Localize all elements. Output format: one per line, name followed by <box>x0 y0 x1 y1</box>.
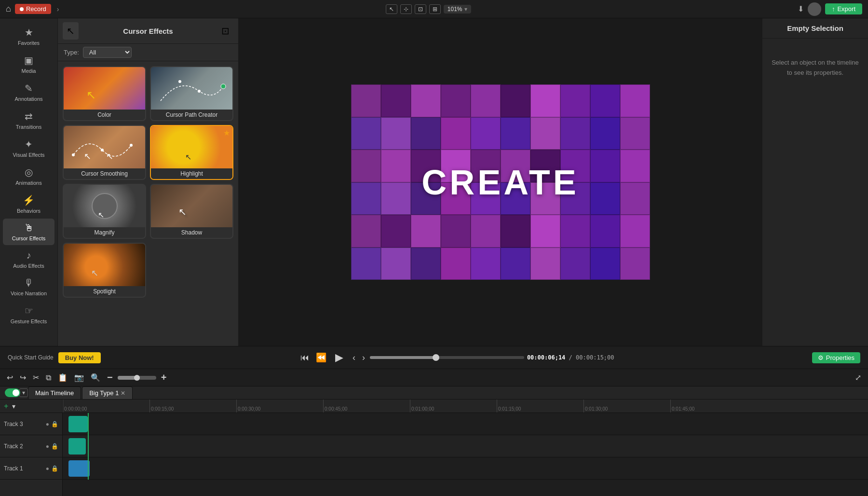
tab-main-timeline[interactable]: Main Timeline <box>28 386 81 399</box>
top-bar-left: ⌂ Record › <box>6 4 59 14</box>
timeline-toggle[interactable] <box>5 388 20 397</box>
cursor-spotlight-icon: ↖ <box>91 268 98 278</box>
sidebar-item-gesture-effects[interactable]: ☞ Gesture Effects <box>3 301 54 328</box>
type-select[interactable]: All Color Path Smoothing Highlight Magni… <box>83 47 132 58</box>
zoom-plus-btn[interactable]: + <box>159 371 169 384</box>
sidebar-item-behaviors[interactable]: ⚡ Behaviors <box>3 191 54 218</box>
transitions-icon: ⇄ <box>25 110 33 122</box>
select-tool-button[interactable]: ⊹ <box>400 4 412 14</box>
next-frame-button[interactable]: › <box>360 352 367 364</box>
track-2-mute-btn[interactable]: ● <box>46 443 49 450</box>
collapse-button[interactable]: ▾ <box>19 388 28 397</box>
playhead[interactable] <box>88 413 89 480</box>
sidebar-item-audio-effects[interactable]: ♪ Audio Effects <box>3 246 54 273</box>
sidebar-item-visual-effects[interactable]: ✦ Visual Effects <box>3 135 54 162</box>
expand-button[interactable]: ⤢ <box>853 372 863 383</box>
undo-button[interactable]: ↩ <box>5 372 15 383</box>
ruler-mark-3: 0:00:45;00 <box>323 400 347 413</box>
zoom-control[interactable]: 101% ▾ <box>444 5 471 14</box>
grid-cell <box>441 215 471 248</box>
collapse-tracks-btn[interactable]: ▾ <box>10 401 17 411</box>
timeline-labels: + ▾ Track 3 ● 🔒 Track 2 ● 🔒 Track 1 <box>0 400 63 496</box>
track-clip[interactable] <box>68 438 86 455</box>
timeline-tabs: ▾ Main Timeline Big Type 1 ✕ <box>0 386 868 400</box>
tab-big-type[interactable]: Big Type 1 ✕ <box>82 386 133 399</box>
redo-button[interactable]: ↪ <box>18 372 28 383</box>
bottom-area: Quick Start Guide Buy Now! ⏮ ⏪ ▶ ‹ › 00:… <box>0 346 868 496</box>
effect-card-cursor-smoothing[interactable]: ↖ ↖ Cursor Smoothing <box>63 125 146 180</box>
track-1-mute-btn[interactable]: ● <box>46 465 49 472</box>
sidebar-item-cursor-effects[interactable]: 🖱 Cursor Effects <box>3 219 54 245</box>
cursor-tool-button[interactable]: ↖ <box>386 4 397 14</box>
track-1-lock-btn[interactable]: 🔒 <box>51 465 58 472</box>
progress-bar[interactable] <box>370 356 524 359</box>
time-display: 00:00:06;14 / 00:00:15;00 <box>527 354 614 361</box>
buy-now-button[interactable]: Buy Now! <box>58 352 101 363</box>
preview-area: CREATE <box>239 18 762 346</box>
play-button[interactable]: ▶ <box>331 349 348 366</box>
track-3-lock-btn[interactable]: 🔒 <box>51 421 58 427</box>
add-track-button[interactable]: + <box>4 402 8 411</box>
track-2-lock-btn[interactable]: 🔒 <box>51 443 58 450</box>
snapshot-button[interactable]: 📷 <box>72 372 86 383</box>
effect-card-color[interactable]: ↖ Color <box>63 66 146 121</box>
grid-cell <box>530 215 560 248</box>
zoom-minus-btn[interactable]: − <box>105 371 115 384</box>
close-tab-button[interactable]: ✕ <box>121 390 125 397</box>
track-clip[interactable] <box>68 416 88 432</box>
sidebar-item-label: Transitions <box>16 124 41 130</box>
sidebar-item-transitions[interactable]: ⇄ Transitions <box>3 107 54 134</box>
track-2-controls: ● 🔒 <box>46 443 58 450</box>
zoom-dropdown-icon[interactable]: ▾ <box>464 6 467 13</box>
cut-button[interactable]: ✂ <box>31 372 41 383</box>
svg-point-2 <box>178 80 181 83</box>
sidebar-item-favorites[interactable]: ★ Favorites <box>3 23 54 50</box>
cursor-tab-pointer[interactable]: ↖ <box>63 22 79 40</box>
cursor-tab-alt[interactable]: ⊡ <box>217 22 233 40</box>
copy-button[interactable]: ⧉ <box>44 372 53 383</box>
grid-cell <box>381 150 411 182</box>
crop-tool-button[interactable]: ⊡ <box>415 4 426 14</box>
properties-label: Properties <box>826 354 854 361</box>
prev-frame-button[interactable]: ‹ <box>351 352 357 364</box>
download-icon[interactable]: ⬇ <box>798 4 804 14</box>
sidebar-item-media[interactable]: ▣ Media <box>3 51 54 78</box>
profile-icon[interactable] <box>808 2 821 16</box>
paste-button[interactable]: 📋 <box>56 372 69 383</box>
track-label-3: Track 3 ● 🔒 <box>0 413 62 435</box>
ruler-mark-6: 0:01:30;00 <box>583 400 608 413</box>
transform-tool-button[interactable]: ⊞ <box>429 4 441 14</box>
effect-card-cursor-path[interactable]: Cursor Path Creator <box>150 66 233 121</box>
effect-card-shadow[interactable]: ↖ ↖ Shadow <box>150 184 233 239</box>
zoom-in-btn[interactable]: 🔍 <box>89 372 102 383</box>
grid-cell <box>471 117 501 150</box>
effect-card-magnify[interactable]: ↖ Magnify <box>63 184 146 239</box>
record-button[interactable]: Record <box>15 4 51 14</box>
cursor-white-icon: ↖ <box>84 151 91 162</box>
sidebar-item-annotations[interactable]: ✎ Annotations <box>3 79 54 106</box>
grid-cell <box>351 150 381 182</box>
main-timeline-tab-label: Main Timeline <box>35 389 74 397</box>
sidebar-item-voice-narration[interactable]: 🎙 Voice Narration <box>3 274 54 300</box>
grid-cell <box>471 248 501 280</box>
effect-card-spotlight[interactable]: ↖ Spotlight <box>63 243 146 298</box>
svg-point-4 <box>101 149 104 152</box>
timeline-tracks-wrap: 0:00:00;00 0:00:15;00 0:00:30;00 0:00:45… <box>63 400 868 496</box>
properties-button[interactable]: ⚙ Properties <box>812 352 860 363</box>
home-icon[interactable]: ⌂ <box>6 4 11 14</box>
sidebar-item-animations[interactable]: ◎ Animations <box>3 163 54 190</box>
quick-start-guide-button[interactable]: Quick Start Guide <box>8 354 54 361</box>
grid-cell <box>411 248 441 280</box>
export-button[interactable]: ↑ Export <box>825 3 862 14</box>
step-back-button[interactable]: ⏪ <box>314 351 328 364</box>
svg-point-6 <box>92 193 117 219</box>
track-clip[interactable] <box>68 460 90 477</box>
table-row <box>63 413 868 435</box>
effect-card-highlight[interactable]: ★ ↖ Highlight <box>150 125 233 180</box>
time-separator: / <box>569 354 572 361</box>
effect-thumb-magnify: ↖ <box>64 185 145 227</box>
skip-back-button[interactable]: ⏮ <box>298 352 311 364</box>
right-panel-hint: Select an object on the timeline to see … <box>762 39 868 97</box>
zoom-slider[interactable] <box>118 376 156 380</box>
track-3-mute-btn[interactable]: ● <box>46 421 49 427</box>
